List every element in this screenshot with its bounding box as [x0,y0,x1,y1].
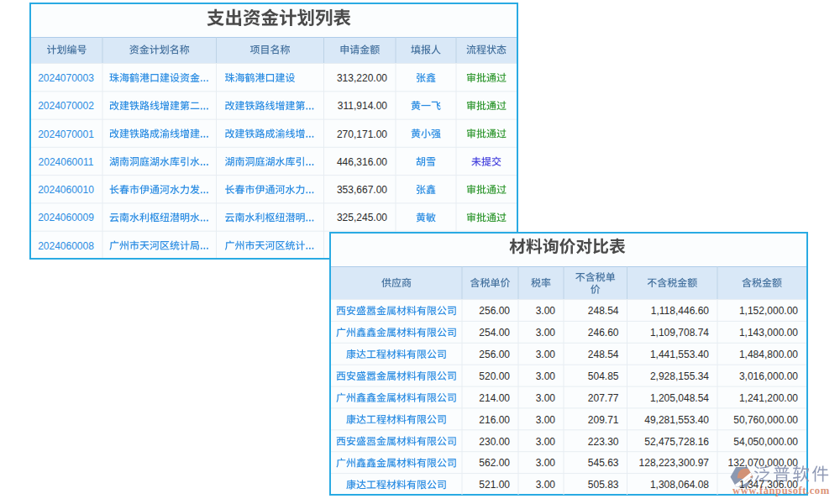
svg-text:270,171.00: 270,171.00 [337,129,387,140]
svg-text:214.00: 214.00 [479,392,510,404]
svg-text:325,245.00: 325,245.00 [337,212,387,223]
svg-text:246.60: 246.60 [588,327,619,339]
svg-text:2,928,155.34: 2,928,155.34 [650,370,709,382]
svg-text:209.71: 209.71 [588,414,619,426]
svg-text:1,441,553.40: 1,441,553.40 [650,349,709,360]
svg-text:1,347,306.00: 1,347,306.00 [739,479,798,491]
svg-text:353,667.00: 353,667.00 [337,184,387,196]
svg-text:54,050,000.00: 54,050,000.00 [733,436,798,448]
svg-text:128,223,300.97: 128,223,300.97 [639,457,710,469]
svg-text:230.00: 230.00 [479,436,510,448]
svg-text:216.00: 216.00 [479,414,510,426]
svg-text:132,070,000.00: 132,070,000.00 [728,457,799,469]
svg-text:1,118,446.60: 1,118,446.60 [651,305,710,317]
svg-text:1,205,048.54: 1,205,048.54 [650,392,709,404]
svg-text:2024060010: 2024060010 [38,184,94,196]
svg-text:256.00: 256.00 [479,349,510,360]
svg-text:3.00: 3.00 [536,327,556,339]
svg-text:3.00: 3.00 [536,392,556,404]
svg-text:2024060008: 2024060008 [38,240,94,252]
svg-text:223.30: 223.30 [588,436,619,448]
svg-text:50,760,000.00: 50,760,000.00 [733,414,798,426]
svg-text:3.00: 3.00 [536,414,556,426]
svg-text:248.54: 248.54 [588,305,619,317]
svg-text:505.83: 505.83 [588,479,619,491]
svg-text:311,914.00: 311,914.00 [338,100,387,112]
svg-text:2024060011: 2024060011 [39,156,94,168]
svg-text:545.63: 545.63 [588,457,619,469]
svg-text:446,316.00: 446,316.00 [337,156,387,168]
svg-text:3.00: 3.00 [536,305,556,317]
svg-text:256.00: 256.00 [479,305,510,317]
svg-text:3.00: 3.00 [536,479,556,491]
svg-text:521.00: 521.00 [479,479,510,491]
svg-text:1,241,200.00: 1,241,200.00 [739,392,798,404]
svg-text:504.85: 504.85 [588,370,619,382]
svg-text:520.00: 520.00 [479,370,510,382]
svg-text:1,484,800.00: 1,484,800.00 [739,349,798,360]
svg-text:49,281,553.40: 49,281,553.40 [644,414,709,426]
svg-text:1,109,708.74: 1,109,708.74 [650,327,709,339]
svg-text:3.00: 3.00 [536,457,556,469]
svg-text:562.00: 562.00 [479,457,510,469]
svg-text:2024060009: 2024060009 [38,212,94,223]
svg-text:2024070003: 2024070003 [38,72,94,84]
svg-text:3.00: 3.00 [536,370,556,382]
svg-text:207.77: 207.77 [588,392,619,404]
svg-text:3.00: 3.00 [536,436,556,448]
svg-text:1,143,000.00: 1,143,000.00 [739,327,798,339]
svg-text:3,016,000.00: 3,016,000.00 [739,370,798,382]
svg-text:248.54: 248.54 [588,349,619,360]
svg-text:1,152,000.00: 1,152,000.00 [739,305,798,317]
svg-text:2024070001: 2024070001 [38,129,94,140]
svg-text:1,308,064.08: 1,308,064.08 [650,479,709,491]
svg-text:313,220.00: 313,220.00 [337,72,387,84]
svg-text:52,475,728.16: 52,475,728.16 [644,436,709,448]
svg-text:3.00: 3.00 [536,349,556,360]
svg-text:2024070002: 2024070002 [38,100,94,112]
svg-text:254.00: 254.00 [479,327,510,339]
